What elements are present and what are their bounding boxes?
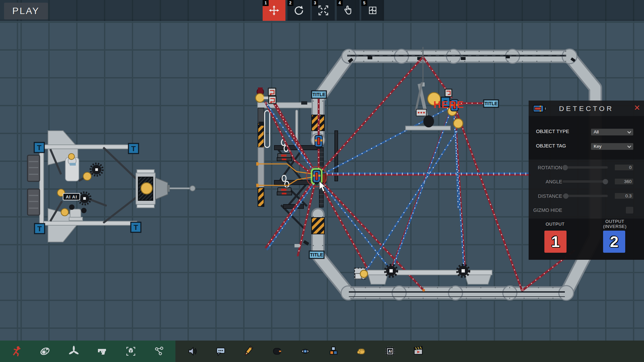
blocks-icon[interactable] <box>327 345 339 357</box>
output-inverse-line2: (INVERSE) <box>597 224 632 229</box>
blue-rope-arrows <box>267 105 530 272</box>
left-machine[interactable]: T T T T <box>28 131 195 242</box>
here-text: HERE <box>433 99 464 110</box>
bottom-cart[interactable] <box>367 265 492 284</box>
tool-move[interactable]: 1 <box>263 0 285 21</box>
detector-2[interactable] <box>315 135 322 149</box>
t-block-letter: T <box>37 143 42 152</box>
rope-loop <box>265 111 270 147</box>
dialogue-icon[interactable] <box>215 345 227 357</box>
object-type-value: All <box>594 129 599 134</box>
object-tag-label: OBJECT TAG <box>536 143 566 148</box>
hazard-pole-lower <box>258 188 264 206</box>
object-tag-dropdown[interactable]: Key <box>591 143 633 150</box>
distance-slider[interactable] <box>562 195 608 197</box>
visibility-eye-icon[interactable] <box>300 345 312 357</box>
blue-ropes <box>267 105 530 272</box>
rotate-box-1[interactable] <box>268 88 276 96</box>
belt-icon[interactable] <box>271 345 283 357</box>
propeller-category-icon[interactable] <box>68 345 80 357</box>
distance-value[interactable]: 0.3 <box>615 193 633 199</box>
object-type-dropdown[interactable]: All <box>591 129 633 135</box>
rotation-value[interactable]: 0 <box>615 165 633 170</box>
control-box <box>416 109 426 116</box>
title-sign-1[interactable]: TITLE <box>312 91 326 98</box>
title-sign-2[interactable]: TITLE <box>484 100 498 107</box>
output-inverse-button[interactable]: 2 <box>603 231 625 253</box>
ai-chip-label: AI AI <box>66 194 77 199</box>
output-button[interactable]: 1 <box>544 231 567 253</box>
output-label: OUTPUT <box>538 222 573 227</box>
tool-scale[interactable]: 3 <box>312 0 335 21</box>
pulley-cluster[interactable] <box>256 87 276 104</box>
play-button[interactable]: PLAY <box>4 3 48 19</box>
output-inverse-label: OUTPUT (INVERSE) <box>597 219 632 229</box>
character-head <box>256 94 264 102</box>
dark-wheel <box>423 115 434 127</box>
t-block-letter: T <box>133 223 138 232</box>
grab-hand-icon <box>342 5 354 16</box>
distance-label: DISTANCE <box>529 193 562 199</box>
t-block-1[interactable]: T <box>34 142 44 153</box>
volume-icon[interactable] <box>186 345 199 357</box>
title-sign-3[interactable]: TITLE <box>309 251 324 258</box>
gizmo-hide-checkbox[interactable] <box>626 207 633 214</box>
robot-pilot[interactable]: AI AI <box>57 154 103 221</box>
frame-bar-top <box>40 145 137 149</box>
rod-ball <box>190 186 195 191</box>
tool-number-badge: 4 <box>337 0 343 6</box>
chevron-down-icon <box>627 145 631 148</box>
tool-prefab[interactable]: 5 <box>361 0 384 21</box>
editor-screen: T T T T <box>0 0 644 362</box>
rotation-slider-knob[interactable] <box>562 165 568 170</box>
move-icon <box>268 5 280 16</box>
frame-bar-left <box>40 145 44 225</box>
object-type-label: OBJECT TYPE <box>536 129 569 134</box>
close-icon[interactable]: × <box>634 103 640 113</box>
rope-clamp <box>303 240 309 245</box>
pencil-icon[interactable] <box>243 345 255 357</box>
frame-bar-bottom <box>40 221 137 225</box>
category-section <box>0 341 175 362</box>
scale-icon <box>318 5 329 16</box>
ai-icon-label: AI <box>388 350 392 353</box>
angle-value[interactable]: 360 <box>615 179 633 184</box>
rotate-icon <box>293 5 305 16</box>
ai-chip-icon[interactable]: AI <box>384 345 396 357</box>
title-sign-text: TITLE <box>310 252 323 257</box>
tool-rotate[interactable]: 2 <box>287 0 310 21</box>
hand <box>360 270 368 278</box>
arm-clamp <box>301 101 307 105</box>
distance-slider-knob[interactable] <box>563 193 569 199</box>
rotate-box-2[interactable] <box>269 96 276 104</box>
rope-end-tip <box>422 289 425 292</box>
panel-title: DETECTOR <box>529 105 644 113</box>
rotation-slider[interactable] <box>562 166 608 169</box>
tool-grab[interactable]: 4 <box>337 0 360 21</box>
t-block-2[interactable]: T <box>128 143 139 154</box>
t-block-letter: T <box>37 225 42 233</box>
machinery-category-icon[interactable] <box>39 345 51 357</box>
t-block-3[interactable]: T <box>35 224 45 234</box>
connections-category-icon[interactable] <box>153 345 165 357</box>
hand-icon[interactable] <box>356 345 368 357</box>
ai-chip[interactable]: AI AI <box>63 193 80 200</box>
rotate-box-3[interactable] <box>445 89 452 97</box>
cutscene-clapper-icon[interactable] <box>412 345 424 357</box>
angle-slider-knob[interactable] <box>603 179 608 184</box>
rope-network <box>256 57 574 292</box>
angle-slider[interactable] <box>562 180 608 183</box>
prefab-cube-category-icon[interactable] <box>125 345 137 357</box>
t-block-4[interactable]: T <box>131 222 141 232</box>
launcher-2 <box>277 188 292 195</box>
engine-blocks <box>28 155 40 215</box>
gun-category-icon[interactable] <box>96 345 108 357</box>
human-category-icon[interactable] <box>10 345 22 357</box>
selected-box[interactable] <box>355 268 368 279</box>
object-filter-section: OBJECT TYPE All OBJECT TAG Key <box>529 116 644 160</box>
selected-detector[interactable] <box>307 167 327 187</box>
piston-assembly[interactable] <box>136 170 195 208</box>
panel-header: DETECTOR × <box>529 101 644 116</box>
tool-number-badge: 3 <box>312 0 318 6</box>
detector-panel: DETECTOR × OBJECT TYPE All OBJECT TAG Ke… <box>529 101 644 260</box>
